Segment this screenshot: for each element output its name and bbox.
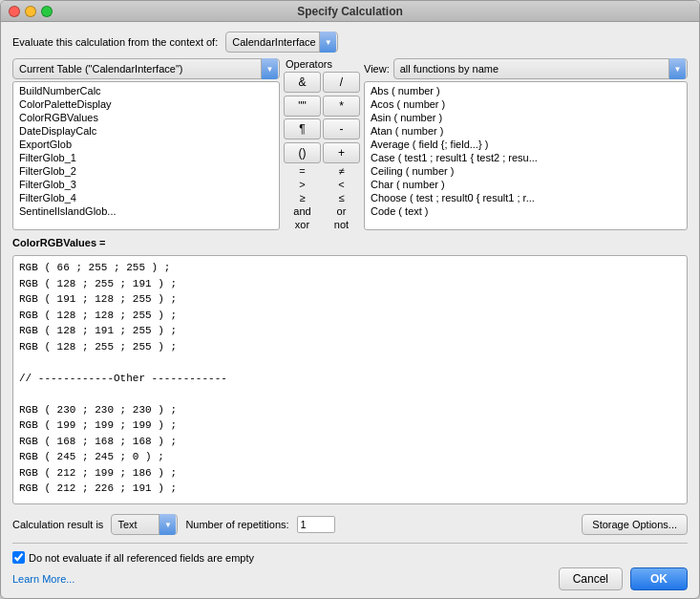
text-operator[interactable]: or xyxy=(323,205,360,217)
no-evaluate-label: Do not evaluate if all referenced fields… xyxy=(29,552,254,564)
table-select[interactable]: Current Table ("CalendarInterface") xyxy=(12,58,280,79)
divider xyxy=(12,543,688,544)
field-list-item[interactable]: ExportGlob xyxy=(13,138,279,151)
operators-label: Operators xyxy=(284,58,360,70)
view-select-wrapper[interactable]: all functions by name xyxy=(393,58,688,79)
function-list-item[interactable]: Choose ( test ; result0 { result1 ; r... xyxy=(365,191,687,204)
maximize-button[interactable] xyxy=(41,6,53,17)
function-list-item[interactable]: Acos ( number ) xyxy=(365,97,687,111)
operators-column: Operators &/""*¶-()+ =≠><≥≤andorxornot xyxy=(284,58,360,230)
no-evaluate-checkbox[interactable] xyxy=(12,551,25,564)
field-list-item[interactable]: FilterGlob_2 xyxy=(13,164,279,178)
field-list-item[interactable]: SentinelIslandGlob... xyxy=(13,204,279,218)
function-list-item[interactable]: Average ( field {; field...} ) xyxy=(365,138,687,151)
function-list-item[interactable]: Ceiling ( number ) xyxy=(365,164,687,178)
view-row: View: all functions by name xyxy=(364,58,688,79)
function-list-item[interactable]: Char ( number ) xyxy=(365,178,687,191)
text-operator[interactable]: ≥ xyxy=(284,192,321,203)
operator-button[interactable]: * xyxy=(323,96,360,117)
calc-editor-area xyxy=(12,255,688,504)
learn-more-link[interactable]: Learn More... xyxy=(12,573,74,585)
text-operator[interactable]: < xyxy=(323,179,360,190)
operator-button[interactable]: "" xyxy=(284,96,321,117)
action-buttons: Cancel OK xyxy=(559,567,688,590)
bottom-row2: Do not evaluate if all referenced fields… xyxy=(12,551,688,564)
right-column: View: all functions by name Abs ( number… xyxy=(364,58,688,230)
bottom-row3: Learn More... Cancel OK xyxy=(12,567,688,590)
calc-editor[interactable] xyxy=(12,255,688,504)
calc-label: ColorRGBValues = xyxy=(12,236,688,249)
text-operator[interactable]: ≠ xyxy=(323,165,360,177)
view-label: View: xyxy=(364,63,390,75)
text-operator[interactable]: > xyxy=(284,179,321,190)
left-column: Current Table ("CalendarInterface") Buil… xyxy=(12,58,280,230)
field-list-item[interactable]: BuildNumberCalc xyxy=(13,84,279,97)
function-list-item[interactable]: Atan ( number ) xyxy=(365,124,687,138)
context-label: Evaluate this calculation from the conte… xyxy=(12,36,218,48)
storage-options-button[interactable]: Storage Options... xyxy=(582,514,688,535)
result-type-wrapper[interactable]: Text xyxy=(111,514,178,535)
text-operators: =≠><≥≤andorxornot xyxy=(284,165,360,230)
function-list-item[interactable]: Code ( text ) xyxy=(365,204,687,218)
table-select-row: Current Table ("CalendarInterface") xyxy=(12,58,280,79)
context-select-wrapper[interactable]: CalendarInterface xyxy=(225,32,338,53)
fields-list[interactable]: BuildNumberCalcColorPaletteDisplayColorR… xyxy=(12,81,280,230)
window-controls[interactable] xyxy=(9,6,53,17)
minimize-button[interactable] xyxy=(25,6,36,17)
three-col-area: Current Table ("CalendarInterface") Buil… xyxy=(12,58,688,230)
no-evaluate-checkbox-label[interactable]: Do not evaluate if all referenced fields… xyxy=(12,551,254,564)
result-type-select[interactable]: Text xyxy=(111,514,178,535)
text-operator[interactable]: and xyxy=(284,205,321,217)
operator-button[interactable]: / xyxy=(323,72,360,93)
operator-button[interactable]: & xyxy=(284,72,321,93)
operators-grid: &/""*¶-()+ xyxy=(284,72,360,163)
function-list-item[interactable]: Asin ( number ) xyxy=(365,111,687,124)
text-operator[interactable]: xor xyxy=(284,219,321,230)
table-select-wrapper[interactable]: Current Table ("CalendarInterface") xyxy=(12,58,280,79)
bottom-row1: Calculation result is Text Number of rep… xyxy=(12,514,688,535)
text-operator[interactable]: ≤ xyxy=(323,192,360,203)
field-list-item[interactable]: FilterGlob_4 xyxy=(13,191,279,204)
field-list-item[interactable]: ColorPaletteDisplay xyxy=(13,97,279,111)
field-list-item[interactable]: DateDisplayCalc xyxy=(13,124,279,138)
view-select[interactable]: all functions by name xyxy=(393,58,688,79)
operator-button[interactable]: - xyxy=(323,118,360,139)
cancel-button[interactable]: Cancel xyxy=(559,567,623,590)
function-list-item[interactable]: Case ( test1 ; result1 { test2 ; resu... xyxy=(365,151,687,164)
text-operator[interactable]: not xyxy=(323,219,360,230)
field-list-item[interactable]: ColorRGBValues xyxy=(13,111,279,124)
context-select[interactable]: CalendarInterface xyxy=(225,32,338,53)
operator-button[interactable]: ¶ xyxy=(284,118,321,139)
operator-button[interactable]: () xyxy=(284,142,321,163)
function-list-item[interactable]: Abs ( number ) xyxy=(365,84,687,97)
field-list-item[interactable]: FilterGlob_1 xyxy=(13,151,279,164)
field-list-item[interactable]: FilterGlob_3 xyxy=(13,178,279,191)
repetitions-input[interactable] xyxy=(297,516,335,533)
functions-list[interactable]: Abs ( number )Acos ( number )Asin ( numb… xyxy=(364,81,688,230)
close-button[interactable] xyxy=(9,6,20,17)
text-operator[interactable]: = xyxy=(284,165,321,177)
window-title: Specify Calculation xyxy=(297,5,403,18)
operator-button[interactable]: + xyxy=(323,142,360,163)
ok-button[interactable]: OK xyxy=(630,567,688,590)
bottom-controls: Calculation result is Text Number of rep… xyxy=(12,510,688,590)
context-row: Evaluate this calculation from the conte… xyxy=(12,32,688,53)
title-bar: Specify Calculation xyxy=(1,1,699,22)
result-label: Calculation result is xyxy=(12,519,103,530)
repetitions-label: Number of repetitions: xyxy=(185,519,288,530)
